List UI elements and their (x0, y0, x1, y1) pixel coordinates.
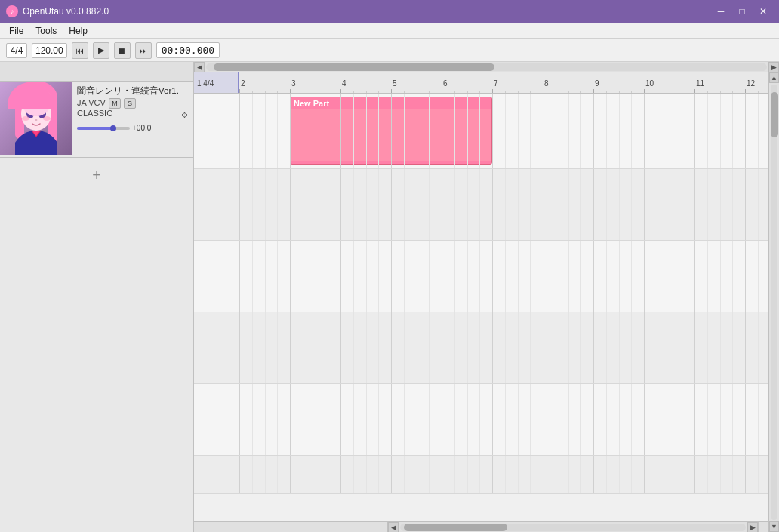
grid-subline (378, 94, 379, 168)
grid-subline (758, 241, 759, 312)
rewind-button[interactable]: ⏮ (72, 42, 88, 59)
hscroll-track[interactable] (206, 63, 767, 71)
end-button[interactable]: ⏭ (135, 42, 152, 59)
close-button[interactable]: ✕ (753, 4, 773, 19)
time-display: 00:00.000 (156, 42, 220, 58)
svg-point-8 (41, 112, 44, 115)
volume-thumb[interactable] (110, 125, 116, 131)
vscroll-down-arrow[interactable]: ▼ (769, 521, 779, 532)
grid-subline (568, 169, 569, 240)
grid-subline (518, 241, 519, 312)
grid-line (543, 241, 543, 312)
vscroll-thumb[interactable] (771, 92, 778, 137)
vscroll-up-arrow[interactable]: ▲ (769, 72, 779, 83)
grid-line (492, 94, 493, 168)
grid-subline (657, 312, 657, 383)
track-solo-button[interactable]: S (124, 98, 136, 109)
menu-help[interactable]: Help (63, 24, 94, 38)
grid-subline (467, 94, 468, 168)
grid-line (694, 94, 695, 168)
grid-subline (378, 241, 379, 312)
track-row-5[interactable] (194, 384, 768, 456)
ruler-subtick (670, 91, 670, 93)
ruler-label-3: 3 (290, 78, 296, 89)
ruler-tick-3 (290, 89, 291, 93)
grid-line (543, 384, 543, 455)
ruler-subtick (303, 91, 303, 93)
track-settings-button[interactable]: ⚙ (178, 109, 190, 120)
grid-line (644, 241, 645, 312)
ruler-tick-11 (694, 89, 695, 93)
grid-subline (303, 169, 303, 240)
add-track-button[interactable]: + (85, 164, 108, 186)
grid-subline (378, 169, 379, 240)
track-item: 闇音レンリ・連続音Ver1. JA VCV M S CLASSIC ⚙ +00.… (0, 82, 193, 158)
grid-subline (670, 94, 670, 168)
grid-subline (619, 241, 620, 312)
grid-line (745, 169, 746, 240)
grid-subline (378, 384, 379, 455)
grid-subline (353, 384, 354, 455)
hscroll-bottom-track[interactable] (400, 524, 746, 531)
grid-subline (252, 456, 253, 493)
svg-point-7 (29, 112, 32, 115)
window-controls: ─ □ ✕ (711, 4, 773, 19)
menu-tools[interactable]: Tools (29, 24, 63, 38)
grid-subline (353, 241, 354, 312)
ruler-label-6: 6 (442, 78, 448, 89)
stop-button[interactable]: ⏹ (114, 42, 131, 59)
grid-subline (758, 456, 759, 493)
ruler-tick-10 (644, 89, 645, 93)
grid-subline (732, 169, 733, 240)
ruler-current-text: 1 4/4 (197, 79, 214, 88)
grid-line (694, 241, 695, 312)
minimize-button[interactable]: ─ (711, 4, 731, 19)
grid-line (492, 384, 493, 455)
grid-line (644, 456, 645, 493)
grid-subline (429, 384, 430, 455)
grid-subline (606, 312, 607, 383)
grid-line (340, 384, 341, 455)
hscroll-bottom-left[interactable]: ◀ (388, 522, 399, 533)
grid-subline (580, 456, 581, 493)
hscroll-left-arrow[interactable]: ◀ (194, 62, 205, 72)
grid-line (644, 384, 645, 455)
bpm-display[interactable]: 120.00 (32, 43, 67, 58)
grid-subline (758, 169, 759, 240)
grid-subline (580, 241, 581, 312)
grid-subline (265, 312, 266, 383)
grid-subline (366, 456, 367, 493)
grid-subline (670, 169, 670, 240)
time-signature[interactable]: 4/4 (6, 43, 27, 58)
track-row-1[interactable]: New Part (194, 94, 768, 169)
grid-subline (366, 169, 367, 240)
grid-subline (682, 169, 682, 240)
hscroll-bottom-thumb[interactable] (404, 524, 507, 531)
play-button[interactable]: ▶ (93, 42, 109, 59)
grid-subline (657, 94, 657, 168)
hscroll-bottom-right[interactable]: ▶ (747, 522, 758, 533)
grid-subline (265, 241, 266, 312)
grid-line (593, 456, 594, 493)
menu-file[interactable]: File (3, 24, 29, 38)
top-hscroll: ◀ ▶ (194, 62, 779, 72)
grid-subline (707, 241, 708, 312)
track-row-2[interactable] (194, 169, 768, 241)
grid-subline (606, 241, 607, 312)
ruler-subtick (732, 91, 733, 93)
track-row-3[interactable] (194, 241, 768, 312)
hscroll-right-arrow[interactable]: ▶ (768, 62, 779, 72)
grid-line (290, 456, 291, 493)
ruler-subtick (720, 91, 721, 93)
grid-line (644, 169, 645, 240)
vscroll-track[interactable] (771, 85, 777, 520)
grid-subline (265, 94, 266, 168)
volume-slider[interactable] (77, 127, 130, 130)
track-mute-button[interactable]: M (109, 98, 121, 109)
track-row-6[interactable] (194, 456, 768, 494)
grid-subline (429, 312, 430, 383)
hscroll-thumb[interactable] (214, 63, 494, 71)
grid-subline (316, 241, 316, 312)
track-row-4[interactable] (194, 312, 768, 384)
restore-button[interactable]: □ (732, 4, 752, 19)
